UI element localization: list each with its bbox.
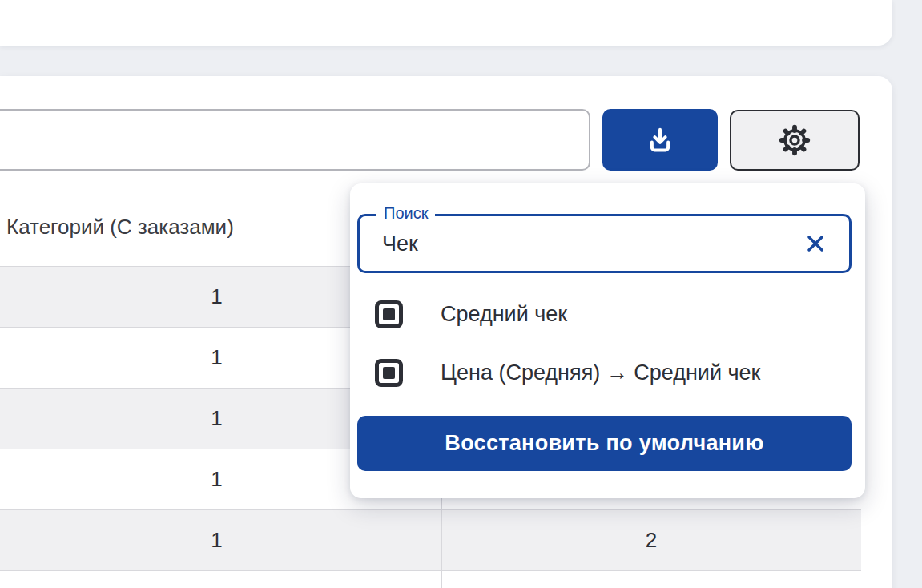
gear-icon [777,123,812,158]
option-label: Средний чек [441,302,567,327]
column-option-cena-srednyaya[interactable]: Цена (Средняя) → Средний чек [375,356,760,389]
checkbox-checked-icon[interactable] [375,359,403,387]
popover-search-input[interactable] [360,216,849,271]
table-cell [0,571,442,588]
settings-button[interactable] [730,110,860,171]
table-row: 1 2 [0,510,861,571]
clear-search-button[interactable] [803,231,828,256]
checkbox-checked-icon[interactable] [375,300,403,328]
popover-search-field: Поиск [357,214,852,273]
download-button[interactable] [602,109,718,171]
top-bar [0,0,892,46]
table-cell: 1 [0,510,442,570]
restore-defaults-button[interactable]: Восстановить по умолчанию [357,416,852,471]
option-label: Цена (Средняя) → Средний чек [441,360,760,385]
table-cell [442,571,860,588]
table-cell: 2 [442,510,860,570]
close-icon [804,232,827,255]
table-row [0,571,861,588]
column-option-sredniy-chek[interactable]: Средний чек [375,298,567,330]
table-filter-input[interactable] [0,109,590,171]
column-settings-popover: Поиск Средний чек Цена (Средняя) → Средн… [350,183,865,498]
download-icon [643,123,677,157]
